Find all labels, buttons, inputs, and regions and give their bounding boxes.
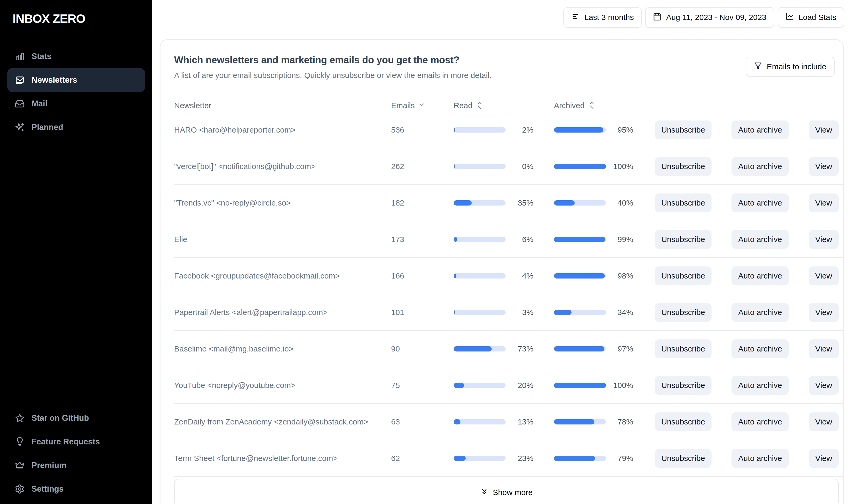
unsubscribe-button[interactable]: Unsubscribe [655, 157, 711, 176]
main-area: Last 3 months Aug 11, 2023 - Nov 09, 202… [152, 0, 851, 504]
sidebar-item-label: Planned [32, 123, 63, 132]
view-button[interactable]: View [809, 339, 839, 358]
sidebar-item-label: Premium [32, 461, 67, 470]
emails-count: 262 [391, 162, 454, 171]
bar-chart-icon [15, 51, 25, 61]
archived-percent: 100% [606, 381, 633, 390]
read-progress-bar [454, 456, 506, 461]
sidebar-item-label: Star on GitHub [32, 413, 89, 423]
view-button[interactable]: View [809, 449, 839, 468]
auto-archive-button[interactable]: Auto archive [731, 194, 789, 212]
read-progress-bar [454, 346, 506, 352]
archived-percent: 40% [606, 198, 633, 208]
sidebar-nav: Stats Newsletters Mail Planned [0, 44, 152, 139]
date-range-picker-button[interactable]: Aug 11, 2023 - Nov 09, 2023 [645, 7, 774, 28]
view-button[interactable]: View [809, 157, 839, 176]
archived-percent: 95% [606, 125, 633, 134]
read-percent: 4% [506, 271, 533, 280]
sidebar-item-premium[interactable]: Premium [7, 454, 145, 477]
unsubscribe-button[interactable]: Unsubscribe [655, 339, 711, 358]
auto-archive-button[interactable]: Auto archive [731, 230, 789, 249]
sidebar-item-stats[interactable]: Stats [7, 44, 145, 68]
read-progress-bar [454, 273, 506, 278]
lightbulb-icon [15, 437, 25, 447]
emails-count: 166 [391, 271, 454, 280]
view-button[interactable]: View [809, 194, 839, 212]
sidebar-item-star-on-github[interactable]: Star on GitHub [7, 406, 145, 430]
view-button[interactable]: View [809, 267, 839, 285]
read-progress-bar [454, 200, 506, 205]
calendar-icon [653, 12, 661, 22]
sidebar-item-newsletters[interactable]: Newsletters [7, 68, 145, 92]
chevron-down-icon [419, 101, 425, 110]
sidebar-spacer [0, 139, 152, 406]
sidebar-item-label: Newsletters [32, 75, 77, 85]
view-button[interactable]: View [809, 121, 839, 139]
column-label: Emails [391, 101, 415, 110]
newsletter-name: Papertrail Alerts <alert@papertrailapp.c… [174, 308, 391, 317]
panel-subtitle: A list of are your email subscriptions. … [174, 71, 843, 80]
column-header-read[interactable]: Read [454, 101, 533, 110]
table-row: Baselime <mail@mg.baselime.io> 90 73% 97… [174, 331, 843, 367]
unsubscribe-button[interactable]: Unsubscribe [655, 376, 711, 395]
read-progress-bar [454, 419, 506, 425]
unsubscribe-button[interactable]: Unsubscribe [655, 230, 711, 249]
auto-archive-button[interactable]: Auto archive [731, 157, 789, 176]
show-more-button[interactable]: Show more [174, 479, 839, 504]
emails-to-include-button[interactable]: Emails to include [746, 57, 835, 77]
auto-archive-button[interactable]: Auto archive [731, 412, 789, 431]
table-row: "vercel[bot]" <notifications@github.com>… [174, 148, 843, 185]
view-button[interactable]: View [809, 376, 839, 395]
view-button[interactable]: View [809, 303, 839, 322]
archived-progress-bar [554, 273, 606, 278]
archived-percent: 79% [606, 454, 633, 463]
sidebar-item-settings[interactable]: Settings [7, 477, 145, 501]
show-more-label: Show more [493, 488, 533, 497]
auto-archive-button[interactable]: Auto archive [731, 303, 789, 322]
emails-count: 536 [391, 125, 454, 134]
newsletter-name: Baselime <mail@mg.baselime.io> [174, 344, 391, 353]
date-range-preset-label: Last 3 months [584, 13, 634, 22]
unsubscribe-button[interactable]: Unsubscribe [655, 121, 711, 139]
auto-archive-button[interactable]: Auto archive [731, 267, 789, 285]
unsubscribe-button[interactable]: Unsubscribe [655, 449, 711, 468]
auto-archive-button[interactable]: Auto archive [731, 339, 789, 358]
sidebar-item-mail[interactable]: Mail [7, 92, 145, 115]
column-header-newsletter[interactable]: Newsletter [174, 101, 391, 110]
unsubscribe-button[interactable]: Unsubscribe [655, 267, 711, 285]
date-range-preset-button[interactable]: Last 3 months [563, 7, 642, 28]
sidebar-item-planned[interactable]: Planned [7, 115, 145, 139]
read-progress-bar [454, 127, 506, 132]
read-progress-bar [454, 383, 506, 388]
filter-lines-icon [571, 12, 580, 22]
newsletter-name: Facebook <groupupdates@facebookmail.com> [174, 271, 391, 280]
read-percent: 23% [506, 454, 533, 463]
unsubscribe-button[interactable]: Unsubscribe [655, 412, 711, 431]
funnel-icon [754, 62, 762, 72]
app-logo: INBOX ZERO [0, 0, 152, 26]
archived-percent: 97% [606, 344, 633, 353]
column-header-emails[interactable]: Emails [391, 101, 454, 110]
read-percent: 35% [506, 198, 533, 208]
column-header-archived[interactable]: Archived [554, 101, 633, 110]
table-row: YouTube <noreply@youtube.com> 75 20% 100… [174, 367, 843, 404]
view-button[interactable]: View [809, 412, 839, 431]
table-body: HARO <haro@helpareporter.com> 536 2% 95%… [174, 112, 843, 477]
newsletter-name: HARO <haro@helpareporter.com> [174, 125, 391, 134]
unsubscribe-button[interactable]: Unsubscribe [655, 194, 711, 212]
archived-progress-bar [554, 310, 606, 315]
auto-archive-button[interactable]: Auto archive [731, 376, 789, 395]
panel-title: Which newsletters and marketing emails d… [174, 55, 843, 66]
sidebar-item-label: Mail [32, 99, 47, 108]
sidebar-item-feature-requests[interactable]: Feature Requests [7, 430, 145, 454]
newsletter-name: "Trends.vc" <no-reply@circle.so> [174, 198, 391, 208]
auto-archive-button[interactable]: Auto archive [731, 121, 789, 139]
load-stats-button[interactable]: Load Stats [778, 7, 844, 28]
view-button[interactable]: View [809, 230, 839, 249]
gear-icon [15, 484, 25, 494]
table-row: Papertrail Alerts <alert@papertrailapp.c… [174, 294, 843, 331]
auto-archive-button[interactable]: Auto archive [731, 449, 789, 468]
newsletter-name: "vercel[bot]" <notifications@github.com> [174, 162, 391, 171]
unsubscribe-button[interactable]: Unsubscribe [655, 303, 711, 322]
read-percent: 73% [506, 344, 533, 353]
